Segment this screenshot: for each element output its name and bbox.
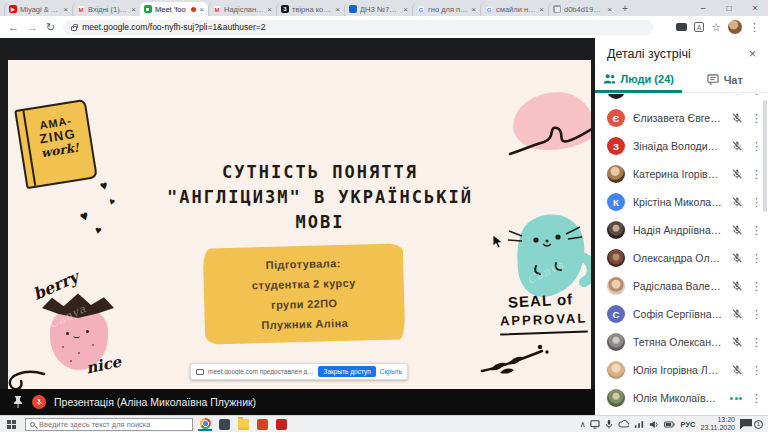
network-icon[interactable] [634,420,644,429]
tab-close-icon[interactable]: × [539,5,544,14]
taskbar-search[interactable] [25,418,193,431]
tab-google-search-1[interactable]: G гно для презе × [412,2,480,16]
new-tab-button[interactable]: + [616,2,634,16]
participant-menu-icon[interactable]: ⋮ [751,224,759,237]
participant-menu-icon[interactable]: ⋮ [751,94,759,97]
start-button[interactable] [7,420,16,429]
tab-youtube[interactable]: ▶ Miyagi & Andy × [4,2,72,16]
mic-off-icon[interactable] [731,224,743,236]
youtube-icon: ▶ [9,5,17,13]
presentation-slide: AMA- ZING work! ♥ ♥ ♥ ♥ СУТНІСТЬ ПОНЯТТЯ… [8,60,591,389]
participant-menu-icon[interactable]: ⋮ [751,364,759,377]
tray-mic-icon[interactable] [605,419,613,429]
tray-chevron-icon[interactable]: ∧ [580,420,586,429]
participant-menu-icon[interactable]: ⋮ [751,168,759,181]
panel-close-icon[interactable]: × [749,47,756,61]
participant-menu-icon[interactable]: ⋮ [751,308,759,321]
forward-icon[interactable]: → [27,22,38,33]
participant-row: К Крістіна Миколаївна І... ⋮ [595,188,768,216]
mic-off-icon[interactable] [731,196,743,208]
tab-video[interactable]: 3 твірна конуса × [276,2,344,16]
participant-menu-icon[interactable]: ⋮ [751,392,759,405]
tab-title: Вхідні (1) - pon [88,5,128,14]
taskbar-clock[interactable]: 13:20 23.11.2020 [700,416,735,432]
profile-avatar[interactable] [728,20,742,34]
taskbar-app-explorer[interactable] [236,418,250,431]
mic-off-icon[interactable] [731,112,743,124]
stop-sharing-button[interactable]: Закрыть доступ [318,366,375,377]
taskbar-app-chrome[interactable] [198,418,212,431]
mouse-cursor [492,234,504,250]
tab-dnz[interactable]: ДНЗ №71 - Ан × [344,2,412,16]
participant-menu-icon[interactable]: ⋮ [751,252,759,265]
maximize-button[interactable]: □ [716,0,742,16]
panel-title: Деталі зустрічі [607,47,691,61]
mic-off-icon[interactable] [731,336,743,348]
browser-menu-icon[interactable]: ⋮ [749,22,760,33]
battery-icon[interactable] [664,421,675,428]
window-controls: – □ × [690,0,768,16]
google-icon: G [485,5,493,13]
tab-close-icon[interactable]: × [607,5,612,14]
meeting-details-panel: Деталі зустрічі × Люди (24) [595,38,768,415]
participant-menu-icon[interactable]: ⋮ [751,196,759,209]
participant-menu-icon[interactable]: ⋮ [751,140,759,153]
tab-close-icon[interactable]: × [63,5,68,14]
tab-close-icon[interactable]: × [199,5,204,14]
window-close-button[interactable]: × [742,0,768,16]
tab-close-icon[interactable]: × [267,5,272,14]
mic-off-icon[interactable] [731,364,743,376]
tab-image-file[interactable]: d0b4d196d194 × [548,2,616,16]
avatar [607,165,625,183]
participant-menu-icon[interactable]: ⋮ [751,336,759,349]
tab-gmail-inbox[interactable]: M Вхідні (1) - pon × [72,2,140,16]
avatar: С [607,305,625,323]
participant-row: Юлія Ігорівна Легун ⋮ [595,356,768,384]
language-indicator[interactable]: РУС [680,420,695,429]
strawberry-smile [73,334,80,338]
tab-meet-active[interactable]: Meet 'foo × [140,2,208,16]
participant-menu-icon[interactable]: ⋮ [751,280,759,293]
tab-title: d0b4d196d194 [564,5,604,14]
tab-close-icon[interactable]: × [131,5,136,14]
lock-icon [71,26,77,31]
taskbar-app-dark[interactable] [217,418,231,431]
tab-people[interactable]: Люди (24) [595,67,682,93]
search-input[interactable] [39,420,188,429]
taskbar-app-powerpoint[interactable] [255,418,269,431]
cloud-icon[interactable] [618,420,629,428]
avatar [607,277,625,295]
mic-off-icon[interactable] [731,308,743,320]
system-tray: ∧ РУС 13:20 23.11.2020 1 [580,416,765,432]
address-bar[interactable]: meet.google.com/foo-nyfh-suj?pli=1&authu… [63,20,653,35]
bookmark-star-icon[interactable]: ☆ [711,22,721,33]
tab-close-icon[interactable]: × [335,5,340,14]
tab-title: Надіслані - yu [224,5,264,14]
participant-row: Радіслава Валеріївна ... ⋮ [595,272,768,300]
mic-off-icon[interactable] [731,280,743,292]
tab-google-search-2[interactable]: G смайли на уро × [480,2,548,16]
display-icon[interactable] [590,420,600,429]
mic-off-icon[interactable] [731,140,743,152]
tab-close-icon[interactable]: × [403,5,408,14]
taskbar-app-red[interactable] [274,418,288,431]
participant-menu-icon[interactable]: ⋮ [751,112,759,125]
translate-icon[interactable]: A [694,22,704,32]
mic-off-icon[interactable] [731,94,743,96]
back-icon[interactable]: ← [8,22,19,33]
reload-icon[interactable]: ↻ [46,22,55,33]
nav-right-icons: A ☆ ⋮ [676,20,760,34]
tab-chat[interactable]: Чат [682,67,768,92]
mic-off-icon [35,398,43,406]
panel-scrollbar[interactable] [763,100,767,212]
tab-gmail-sent[interactable]: M Надіслані - yu × [208,2,276,16]
hide-toast-link[interactable]: Скрыть [380,368,402,375]
minimize-button[interactable]: – [690,0,716,16]
action-center-icon[interactable] [740,419,752,430]
pin-icon[interactable] [12,395,24,409]
mic-off-icon[interactable] [731,252,743,264]
extension-icon[interactable] [676,23,687,31]
mic-off-icon[interactable] [731,168,743,180]
volume-icon[interactable] [649,420,659,429]
tab-close-icon[interactable]: × [471,5,476,14]
